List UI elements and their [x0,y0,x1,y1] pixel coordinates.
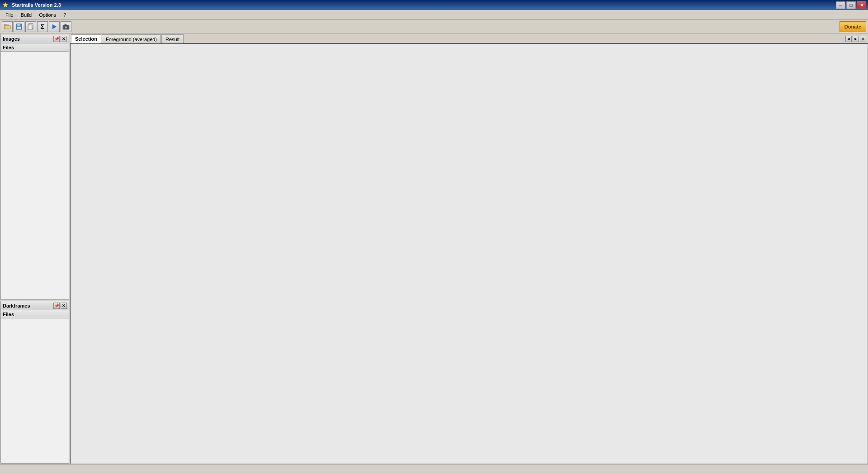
tab-close-button[interactable]: ✕ [860,36,866,42]
menu-options[interactable]: Options [35,11,60,19]
tab-selection[interactable]: Selection [71,34,101,43]
svg-rect-2 [4,24,6,25]
images-panel-close-button[interactable]: ✕ [61,36,67,42]
tab-result[interactable]: Result [161,34,184,43]
donate-button[interactable]: Donate [840,21,866,32]
menu-help[interactable]: ? [60,11,70,19]
svg-marker-0 [3,2,8,8]
images-panel-controls: 📌 ✕ [53,36,67,42]
toolbar-open-button[interactable] [2,21,13,32]
images-panel-title: Images [3,36,20,42]
images-column-headers: Files [1,43,69,52]
images-extra-column [35,43,69,51]
toolbar-camera-button[interactable] [61,21,71,32]
darkframes-extra-column [35,310,69,318]
darkframes-panel-pin-button[interactable]: 📌 [53,303,60,309]
menu-file[interactable]: File [2,11,17,19]
images-panel-pin-button[interactable]: 📌 [53,36,60,42]
toolbar-sigma-button[interactable]: Σ [37,21,48,32]
darkframes-panel-title: Darkframes [3,303,30,308]
window-title: Startrails Version 2.3 [12,2,61,8]
darkframes-column-headers: Files [1,310,69,318]
toolbar-save-button[interactable] [14,21,24,32]
darkframes-panel-header: Darkframes 📌 ✕ [1,301,69,310]
svg-rect-3 [5,26,10,29]
close-button[interactable]: ✕ [857,1,866,9]
darkframes-panel-close-button[interactable]: ✕ [61,303,67,309]
titlebar-left: Startrails Version 2.3 [2,1,61,9]
toolbar: Σ Donate [0,20,868,33]
svg-rect-5 [17,24,20,26]
toolbar-run-button[interactable] [49,21,60,32]
toolbar-copy-button[interactable] [25,21,36,32]
images-panel: Images 📌 ✕ Files [0,34,69,300]
images-files-column: Files [1,43,35,51]
images-panel-header: Images 📌 ✕ [1,34,69,43]
svg-point-12 [66,27,67,28]
menu-build[interactable]: Build [17,11,35,19]
main-layout: Images 📌 ✕ Files Darkframes 📌 ✕ [0,33,868,464]
tab-next-button[interactable]: ► [853,36,859,42]
content-pane [70,43,868,464]
tab-controls: ◄ ► ✕ [845,36,868,43]
statusbar [0,464,868,474]
app-icon [2,1,9,9]
images-panel-content [1,52,69,299]
left-sidebar: Images 📌 ✕ Files Darkframes 📌 ✕ [0,33,70,464]
svg-rect-8 [28,25,32,30]
darkframes-panel-controls: 📌 ✕ [53,303,67,309]
darkframes-panel-content [1,318,69,463]
titlebar: Startrails Version 2.3 ─ □ ✕ [0,0,868,10]
menubar: File Build Options ? [0,10,868,20]
minimize-button[interactable]: ─ [836,1,845,9]
titlebar-controls: ─ □ ✕ [836,1,866,9]
right-area: Selection Foreground (averaged) Result ◄… [70,33,868,464]
restore-button[interactable]: □ [846,1,856,9]
tab-bar: Selection Foreground (averaged) Result ◄… [70,33,868,43]
svg-rect-6 [17,27,21,29]
tab-foreground[interactable]: Foreground (averaged) [102,34,161,43]
darkframes-panel: Darkframes 📌 ✕ Files [0,301,69,464]
svg-rect-13 [65,24,66,25]
tab-prev-button[interactable]: ◄ [845,36,852,42]
darkframes-files-column: Files [1,310,35,318]
svg-marker-9 [52,24,57,29]
